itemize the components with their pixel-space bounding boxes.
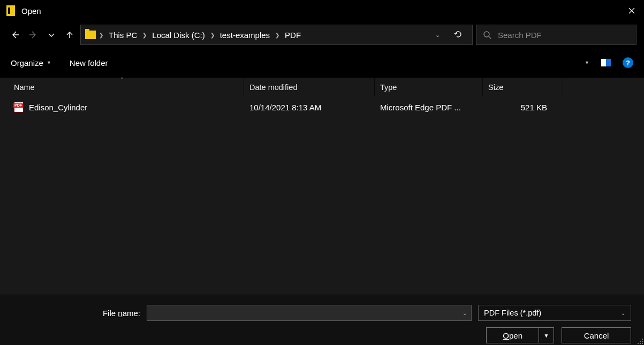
file-size: 521 KB — [483, 103, 563, 112]
arrow-left-icon — [11, 31, 19, 39]
window-title: Open — [21, 6, 41, 16]
arrow-right-icon — [29, 31, 37, 39]
sort-ascending-icon: ⌃ — [120, 77, 124, 82]
title-bar: Open — [0, 0, 644, 21]
app-icon — [6, 5, 15, 16]
dropdown-triangle-icon: ▼ — [47, 60, 51, 65]
filename-label: File name: — [0, 309, 140, 318]
search-box[interactable] — [476, 25, 637, 45]
chevron-right-icon: ❯ — [99, 32, 103, 38]
breadcrumb-segment[interactable]: PDF — [283, 31, 303, 40]
dropdown-triangle-icon: ▼ — [585, 60, 589, 65]
dropdown-triangle-icon: ▼ — [544, 333, 549, 339]
search-icon — [483, 31, 491, 39]
open-button-group: Open ▼ — [486, 327, 554, 343]
help-button[interactable]: ? — [623, 57, 633, 68]
column-header-size[interactable]: Size — [483, 78, 563, 96]
arrow-up-icon — [65, 31, 74, 39]
open-button[interactable]: Open — [486, 327, 539, 343]
cancel-button[interactable]: Cancel — [562, 327, 631, 343]
chevron-down-icon — [47, 31, 56, 39]
new-folder-button[interactable]: New folder — [70, 58, 108, 68]
breadcrumb-segment[interactable]: This PC — [107, 31, 139, 40]
address-dropdown[interactable]: ⌄ — [430, 32, 445, 39]
filename-combobox[interactable]: ⌄ — [147, 305, 472, 321]
breadcrumb-segment[interactable]: Local Disk (C:) — [150, 31, 207, 40]
address-bar[interactable]: ❯ This PC ❯ Local Disk (C:) ❯ test-examp… — [80, 25, 473, 45]
pdf-file-icon — [14, 102, 24, 112]
file-type: Microsoft Edge PDF ... — [375, 103, 483, 112]
refresh-button[interactable] — [449, 30, 468, 40]
toolbar: Organize ▼ New folder ▼ ? — [0, 48, 644, 77]
column-header-type[interactable]: Type — [375, 78, 483, 96]
file-date: 10/14/2021 8:13 AM — [244, 103, 375, 112]
new-folder-label: New folder — [70, 58, 108, 68]
file-name: Edison_Cylinder — [29, 103, 87, 112]
chevron-down-icon[interactable]: ⌄ — [458, 310, 467, 316]
back-button[interactable] — [7, 27, 22, 43]
open-dropdown-button[interactable]: ▼ — [539, 327, 554, 343]
preview-pane-button[interactable] — [601, 59, 611, 66]
organize-label: Organize — [11, 58, 43, 68]
refresh-icon — [454, 30, 463, 39]
file-row[interactable]: Edison_Cylinder 10/14/2021 8:13 AM Micro… — [0, 96, 644, 118]
column-header-name[interactable]: ⌃ Name — [0, 78, 244, 96]
dialog-footer: File name: ⌄ PDF Files (*.pdf) ⌄ Open ▼ … — [0, 295, 644, 345]
folder-icon — [85, 31, 96, 39]
up-button[interactable] — [62, 27, 77, 43]
close-button[interactable] — [619, 0, 644, 21]
column-headers: ⌃ Name Date modified Type Size — [0, 77, 644, 96]
file-list: Edison_Cylinder 10/14/2021 8:13 AM Micro… — [0, 96, 644, 295]
column-header-spacer — [563, 78, 644, 96]
preview-pane-icon — [601, 59, 606, 66]
svg-point-0 — [484, 32, 489, 37]
column-header-date[interactable]: Date modified — [244, 78, 375, 96]
breadcrumb-segment[interactable]: test-examples — [218, 31, 272, 40]
file-type-filter[interactable]: PDF Files (*.pdf) ⌄ — [478, 305, 631, 321]
view-options-button[interactable]: ▼ — [579, 60, 589, 65]
close-icon — [628, 8, 635, 14]
resize-grip[interactable] — [637, 338, 643, 344]
navigation-bar: ❯ This PC ❯ Local Disk (C:) ❯ test-examp… — [0, 21, 644, 48]
chevron-right-icon: ❯ — [275, 32, 279, 38]
filter-label: PDF Files (*.pdf) — [484, 309, 541, 317]
chevron-down-icon: ⌄ — [621, 310, 625, 316]
chevron-right-icon: ❯ — [142, 32, 147, 38]
chevron-right-icon: ❯ — [210, 32, 215, 38]
organize-menu[interactable]: Organize ▼ — [11, 58, 51, 68]
forward-button[interactable] — [26, 27, 41, 43]
filename-input[interactable] — [151, 309, 458, 317]
search-input[interactable] — [498, 31, 630, 40]
recent-locations-button[interactable] — [44, 27, 59, 43]
help-icon: ? — [626, 59, 630, 67]
